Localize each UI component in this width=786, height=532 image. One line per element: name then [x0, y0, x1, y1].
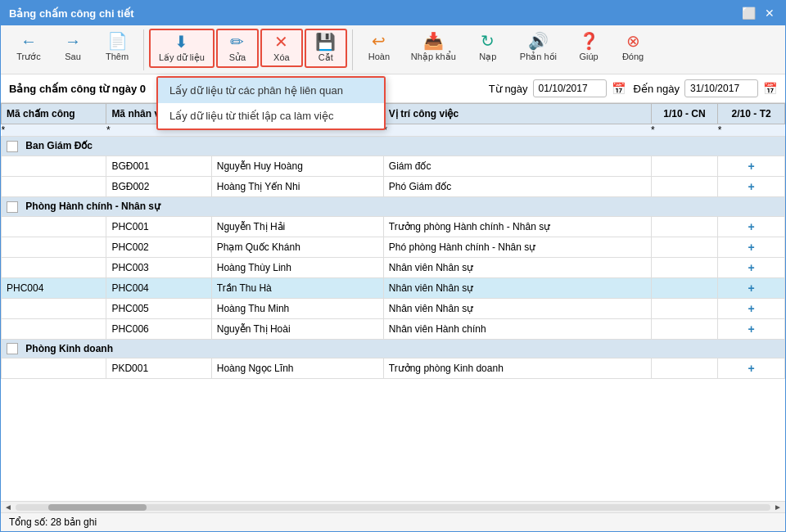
refresh-button[interactable]: ↻ Nạp	[467, 29, 509, 66]
restore-button[interactable]: ⬜	[741, 6, 756, 20]
table-row[interactable]: PHC006 Nguyễn Thị Hoài Nhân viên Hành ch…	[2, 318, 785, 339]
table-row[interactable]: PHC004 PHC004 Trần Thu Hà Nhân viên Nhân…	[2, 277, 785, 298]
filter-d1[interactable]	[651, 124, 718, 136]
col-header-d1: 1/10 - CN	[651, 104, 718, 124]
cell-d2: +	[718, 318, 785, 339]
feedback-button[interactable]: 🔊 Phản hồi	[511, 29, 566, 66]
cell-d2: +	[718, 298, 785, 318]
group-row: Phòng Kinh doanh	[2, 339, 785, 358]
cell-vi-tri: Trưởng phòng Hành chính - Nhân sự	[383, 216, 651, 237]
back-button[interactable]: ← Trước	[7, 29, 50, 66]
add-button[interactable]: 📄 Thêm	[96, 29, 138, 65]
attendance-table: Mã chấm công Mã nhân viên Họ và tên Vị t…	[1, 103, 785, 379]
date-to-group: Đến ngày 📅	[634, 79, 777, 97]
import-button[interactable]: 📥 Nhập khẩu	[402, 29, 465, 66]
cell-ma-nv: PHC004	[106, 277, 211, 298]
get-data-button[interactable]: ⬇ Lấy dữ liệu	[149, 29, 215, 68]
cell-ma-cham-cong	[2, 176, 106, 196]
cell-ho-ten: Hoàng Ngọc Lĩnh	[211, 358, 383, 379]
cell-d1	[651, 156, 718, 176]
status-bar: Tổng số: 28 bản ghi	[1, 512, 785, 531]
table-header-row: Mã chấm công Mã nhân viên Họ và tên Vị t…	[2, 104, 785, 124]
group-checkbox[interactable]	[7, 141, 18, 152]
window-title: Bảng chấm công chi tiết	[9, 7, 134, 20]
separator-1	[143, 29, 144, 70]
window-controls: ⬜ ✕	[741, 6, 777, 20]
edit-button[interactable]: ✏ Sửa	[216, 29, 259, 68]
cell-ho-ten: Hoàng Thùy Linh	[211, 257, 383, 277]
date-to-input[interactable]	[684, 79, 758, 97]
table-row[interactable]: PHC002 Phạm Quốc Khánh Phó phòng Hành ch…	[2, 237, 785, 257]
cell-d2: +	[718, 156, 785, 176]
separator-2	[352, 29, 353, 70]
undo-button[interactable]: ↩ Hoàn	[358, 29, 400, 65]
cell-ma-nv: PHC003	[106, 257, 211, 277]
cell-ho-ten: Phạm Quốc Khánh	[211, 237, 383, 257]
col-header-d2: 2/10 - T2	[718, 104, 785, 124]
scroll-left-arrow[interactable]: ◄	[4, 503, 12, 512]
group-checkbox[interactable]	[7, 343, 18, 354]
cell-ma-cham-cong: PHC004	[2, 277, 106, 298]
cell-d1	[651, 216, 718, 237]
cell-d2: +	[718, 216, 785, 237]
dropdown-item-from-system[interactable]: Lấy dữ liệu từ các phân hệ liên quan	[158, 78, 384, 103]
group-name: Phòng Kinh doanh	[25, 343, 113, 354]
cut-icon: 💾	[315, 34, 336, 50]
filter-vi-tri[interactable]	[383, 124, 651, 136]
cell-ma-nv: PHC002	[106, 237, 211, 257]
calendar-from-icon[interactable]: 📅	[612, 82, 626, 95]
filter-ma-cham-cong[interactable]	[2, 124, 106, 136]
help-button[interactable]: ❓ Giúp	[567, 29, 610, 65]
table-row[interactable]: BGĐ002 Hoàng Thị Yến Nhi Phó Giám đốc +	[2, 176, 785, 196]
cell-ho-ten: Nguyễn Huy Hoàng	[211, 156, 383, 176]
main-window: Bảng chấm công chi tiết ⬜ ✕ ← Trước → Sa…	[0, 0, 786, 532]
cell-vi-tri: Nhân viên Nhân sự	[383, 298, 651, 318]
close-button[interactable]: ✕	[762, 6, 777, 20]
table-row[interactable]: PHC005 Hoàng Thu Minh Nhân viên Nhân sự …	[2, 298, 785, 318]
forward-button[interactable]: → Sau	[52, 29, 94, 65]
cell-d1	[651, 298, 718, 318]
filter-d2[interactable]	[718, 124, 785, 136]
toolbar: ← Trước → Sau 📄 Thêm ⬇ Lấy dữ liệu ✏ Sửa…	[1, 25, 785, 74]
cell-ho-ten: Nguyễn Thị Hoài	[211, 318, 383, 339]
group-checkbox[interactable]	[7, 201, 18, 213]
get-data-icon: ⬇	[174, 34, 188, 50]
date-from-input[interactable]	[533, 79, 607, 97]
table-row[interactable]: BGĐ001 Nguyễn Huy Hoàng Giám đốc +	[2, 156, 785, 176]
close-toolbar-icon: ⊗	[626, 33, 640, 49]
cell-ma-cham-cong	[2, 358, 106, 379]
import-icon: 📥	[423, 33, 444, 49]
table-row[interactable]: PHC001 Nguyễn Thị Hải Trưởng phòng Hành …	[2, 216, 785, 237]
group-name: Phòng Hành chính - Nhân sự	[25, 201, 160, 212]
cell-ma-cham-cong	[2, 216, 106, 237]
calendar-to-icon[interactable]: 📅	[763, 82, 777, 95]
scroll-right-arrow[interactable]: ►	[774, 503, 782, 512]
cell-ho-ten: Trần Thu Hà	[211, 277, 383, 298]
table-row[interactable]: PKD001 Hoàng Ngọc Lĩnh Trưởng phòng Kinh…	[2, 358, 785, 379]
subheader: Bảng chấm công từ ngày 0 Từ ngày 📅 Đến n…	[1, 74, 785, 103]
group-row: Phòng Hành chính - Nhân sự	[2, 196, 785, 216]
add-icon: 📄	[107, 33, 128, 49]
edit-icon: ✏	[230, 34, 244, 50]
cell-vi-tri: Nhân viên Nhân sự	[383, 257, 651, 277]
col-header-vi-tri: Vị trí công việc	[383, 104, 651, 124]
table-row[interactable]: PHC003 Hoàng Thùy Linh Nhân viên Nhân sự…	[2, 257, 785, 277]
group-name: Ban Giám Đốc	[25, 140, 93, 151]
date-from-group: Từ ngày 📅	[489, 79, 626, 97]
forward-icon: →	[65, 33, 81, 49]
cell-ho-ten: Hoàng Thị Yến Nhi	[211, 176, 383, 196]
get-data-dropdown: Lấy dữ liệu từ các phân hệ liên quan Lấy…	[156, 76, 386, 130]
refresh-icon: ↻	[481, 33, 495, 49]
scroll-track[interactable]	[16, 504, 770, 511]
scroll-thumb[interactable]	[48, 504, 147, 511]
horizontal-scrollbar[interactable]: ◄ ►	[1, 501, 785, 512]
close-toolbar-button[interactable]: ⊗ Đóng	[612, 29, 654, 65]
help-icon: ❓	[579, 33, 599, 49]
cell-d2: +	[718, 237, 785, 257]
delete-button[interactable]: ✕ Xóa	[260, 29, 303, 67]
dropdown-item-from-shift[interactable]: Lấy dữ liệu từ thiết lập ca làm việc	[158, 103, 384, 128]
undo-icon: ↩	[372, 33, 386, 49]
cell-d2: +	[718, 257, 785, 277]
cell-d2: +	[718, 277, 785, 298]
cut-button[interactable]: 💾 Cắt	[305, 29, 347, 68]
